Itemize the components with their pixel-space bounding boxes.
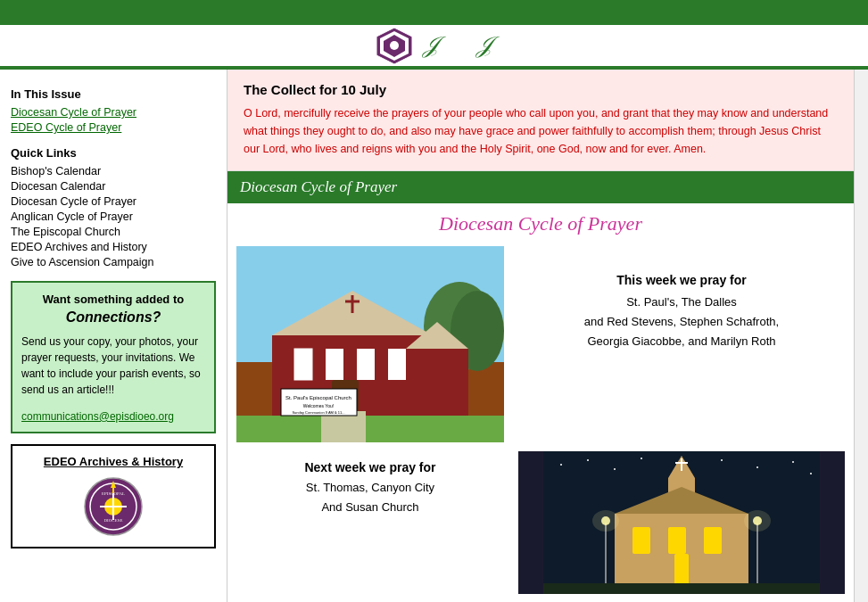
connections-line1: Want something added to — [43, 293, 184, 306]
top-bar — [0, 0, 868, 25]
section-header: Diocesan Cycle of Prayer — [227, 171, 854, 203]
svg-rect-27 — [236, 416, 504, 442]
sidebar-link-diocesan-calendar[interactable]: Diocesan Calendar — [11, 180, 216, 193]
svg-text:Sunday Communion 9 AM & 11...: Sunday Communion 9 AM & 11... — [292, 410, 344, 415]
st-pauls-church-image: St. Paul's Episcopal Church Welcomes You… — [236, 246, 504, 442]
next-week-title: Next week we pray for — [236, 460, 504, 474]
svg-point-34 — [560, 464, 562, 466]
next-week-names: And Susan Church — [236, 498, 504, 517]
main-content: The Collect for 10 July O Lord, merciful… — [227, 70, 854, 602]
connections-email[interactable]: communications@episdioeo.org — [21, 410, 174, 423]
night-church-image — [518, 451, 845, 594]
collect-text: O Lord, mercifully receive the prayers o… — [244, 104, 838, 158]
scrollbar[interactable] — [854, 70, 868, 602]
svg-point-39 — [721, 459, 723, 461]
collect-section: The Collect for 10 July O Lord, merciful… — [227, 70, 854, 171]
sidebar-link-diocesan-cycle[interactable]: Diocesan Cycle of Prayer — [11, 106, 216, 119]
svg-point-41 — [792, 461, 794, 463]
svg-point-37 — [641, 458, 642, 459]
sidebar-link-anglican[interactable]: Anglican Cycle of Prayer — [11, 210, 216, 223]
this-week-church: St. Paul's, The Dalles — [518, 293, 845, 312]
this-week-title: This week we pray for — [518, 273, 845, 287]
archives-box: EDEO Archives & History EPISCOPAL DIOCES… — [11, 444, 216, 548]
sidebar: In This Issue Diocesan Cycle of Prayer E… — [0, 70, 227, 602]
this-week-text: This week we pray for St. Paul's, The Da… — [518, 246, 845, 351]
sidebar-link-diocesan-cycle2[interactable]: Diocesan Cycle of Prayer — [11, 195, 216, 208]
svg-text:Welcomes You!: Welcomes You! — [303, 403, 334, 408]
in-this-issue-title: In This Issue — [11, 87, 216, 101]
night-church-svg — [518, 451, 845, 594]
sidebar-link-edeo-cycle[interactable]: EDEO Cycle of Prayer — [11, 121, 216, 134]
diocese-seal-icon: EPISCOPAL DIOCESE — [82, 475, 145, 538]
svg-text:St. Paul's Episcopal Church: St. Paul's Episcopal Church — [285, 395, 351, 400]
svg-rect-22 — [357, 349, 375, 380]
cycle-content-row: St. Paul's Episcopal Church Welcomes You… — [227, 246, 854, 442]
svg-rect-53 — [543, 583, 820, 594]
svg-rect-51 — [704, 527, 722, 554]
diocese-logo-icon — [375, 26, 415, 66]
svg-point-3 — [390, 41, 399, 50]
svg-rect-52 — [674, 554, 689, 585]
sidebar-link-bishops-calendar[interactable]: Bishop's Calendar — [11, 165, 216, 177]
connections-body: Send us your copy, your photos, your pra… — [21, 334, 205, 398]
svg-rect-49 — [632, 527, 650, 554]
archives-link[interactable]: EDEO Archives & History — [44, 455, 183, 468]
cycle-section: Diocesan Cycle of Prayer — [227, 203, 854, 602]
church-image-left: St. Paul's Episcopal Church Welcomes You… — [236, 246, 504, 442]
collect-title: The Collect for 10 July — [244, 82, 838, 97]
this-week-names2: Georgia Giacobbe, and Marilyn Roth — [518, 332, 845, 351]
connections-brand: Connections? — [66, 309, 161, 325]
svg-rect-23 — [388, 349, 406, 380]
svg-point-36 — [614, 468, 616, 470]
quick-links-title: Quick Links — [11, 146, 216, 160]
svg-point-58 — [592, 510, 619, 532]
svg-rect-21 — [326, 349, 343, 380]
svg-rect-18 — [406, 349, 468, 416]
sidebar-link-episcopal[interactable]: The Episcopal Church — [11, 226, 216, 238]
svg-point-59 — [744, 510, 771, 532]
svg-rect-50 — [668, 527, 686, 554]
bottom-row: Next week we pray for St. Thomas, Canyon… — [227, 451, 854, 602]
svg-point-40 — [756, 466, 758, 468]
svg-point-35 — [587, 459, 589, 461]
cycle-title: Diocesan Cycle of Prayer — [227, 212, 854, 235]
header: 𝒥 𝒥 — [0, 25, 868, 70]
svg-point-42 — [810, 473, 812, 474]
sidebar-link-edeo-archives[interactable]: EDEO Archives and History — [11, 241, 216, 253]
next-week-church: St. Thomas, Canyon City — [236, 478, 504, 498]
this-week-names: and Red Stevens, Stephen Schafroth, — [518, 312, 845, 332]
svg-rect-20 — [294, 349, 312, 380]
next-week-section: Next week we pray for St. Thomas, Canyon… — [236, 451, 504, 594]
sidebar-link-ascension[interactable]: Give to Ascension Campaign — [11, 256, 216, 268]
connections-box: Want something added to Connections? Sen… — [11, 281, 216, 433]
header-title: 𝒥 𝒥 — [424, 32, 493, 59]
